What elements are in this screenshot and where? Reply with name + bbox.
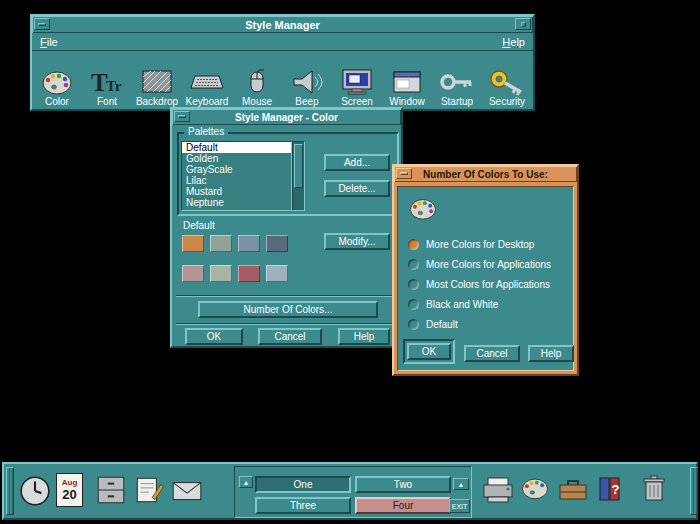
color-swatch[interactable] [266,235,288,252]
dialog-title: Number Of Colors To Use: [423,169,548,180]
applications-control[interactable] [556,473,590,505]
tool-screen[interactable]: Screen [332,51,382,109]
color-swatch[interactable] [238,265,260,282]
tool-startup[interactable]: Startup [432,51,482,109]
tool-label: Font [97,97,117,107]
up-arrow-icon: ▲ [243,479,250,486]
panel-handle-left[interactable] [6,467,14,515]
help-button[interactable]: Help [528,345,574,362]
radio-black-and-white[interactable] [408,299,419,310]
calendar-control[interactable]: Aug 20 [56,473,83,507]
backdrop-icon [138,67,176,97]
radio-more-colors-desktop[interactable] [408,239,419,250]
color-palette-icon [406,195,440,222]
tool-keyboard[interactable]: Keyboard [182,51,232,109]
ok-button[interactable]: OK [185,328,243,345]
exit-button[interactable]: EXIT [449,499,470,513]
number-of-colors-titlebar[interactable]: Number Of Colors To Use: [394,166,577,182]
printer-control[interactable] [480,473,516,507]
window-menu-button[interactable] [174,111,190,122]
workspace-button-four[interactable]: Four [355,497,451,514]
delete-button[interactable]: Delete... [324,180,390,197]
tool-label: Startup [441,97,473,107]
palette-list-item[interactable]: Mustard [182,186,291,197]
help-button[interactable]: Help [338,328,390,345]
cancel-button[interactable]: Cancel [258,328,322,345]
menubar: File Help [32,33,533,51]
radio-more-colors-applications[interactable] [408,259,419,270]
menu-file[interactable]: File [40,36,58,48]
mail-control[interactable] [170,474,204,506]
color-swatch[interactable] [210,235,232,252]
palette-list-item[interactable]: Default [182,142,291,153]
radio-label[interactable]: More Colors for Desktop [426,239,534,250]
palette-list-item[interactable]: Golden [182,153,291,164]
beep-icon [288,67,326,97]
style-manager-window: Style Manager File Help Color T [30,14,535,111]
palette-preview-label: Default [183,220,215,231]
help-icon: ? [594,472,628,506]
security-icon [488,67,526,97]
modify-button[interactable]: Modify... [324,233,390,250]
menu-help[interactable]: Help [502,36,525,48]
tool-label: Window [389,97,425,107]
radio-label[interactable]: Default [426,319,458,330]
palette-list-item[interactable]: GrayScale [182,164,291,175]
tool-beep[interactable]: Beep [282,51,332,109]
printer-icon [480,473,516,507]
tool-label: Beep [295,97,318,107]
help-control[interactable]: ? [594,472,628,506]
radio-most-colors-applications[interactable] [408,279,419,290]
calendar-day: 20 [62,488,76,502]
radio-default[interactable] [408,319,419,330]
tool-mouse[interactable]: Mouse [232,51,282,109]
window-menu-icon [38,23,46,26]
workspace-button-one[interactable]: One [255,476,351,493]
panel-handle-right[interactable] [690,467,698,515]
tool-color[interactable]: Color [32,51,82,109]
style-manager-titlebar[interactable]: Style Manager [32,16,533,33]
tool-window[interactable]: Window [382,51,432,109]
color-swatch[interactable] [210,265,232,282]
radio-label[interactable]: Black and White [426,299,498,310]
subpanel-arrow-left[interactable]: ▲ [239,476,253,488]
tool-font[interactable]: T Tr Font [82,51,132,109]
palette-list-item[interactable]: Neptune [182,197,291,208]
text-editor-control[interactable] [132,474,166,506]
style-manager-control[interactable] [518,473,552,503]
tool-label: Color [45,97,69,107]
file-manager-icon [94,474,128,506]
color-swatch[interactable] [266,265,288,282]
svg-text:?: ? [612,482,620,497]
color-dialog-titlebar[interactable]: Style Manager - Color [172,109,401,125]
tool-security[interactable]: Security [482,51,532,109]
add-button[interactable]: Add... [324,154,390,171]
window-menu-icon [400,172,408,175]
ok-button[interactable]: OK [407,343,451,360]
file-manager-control[interactable] [94,474,128,506]
subpanel-arrow-right[interactable]: ▲ [453,478,469,490]
color-swatch[interactable] [238,235,260,252]
color-dialog: Style Manager - Color Palettes Default G… [170,107,403,348]
trash-control[interactable] [638,472,670,506]
front-panel: Aug 20 [2,462,698,520]
window-menu-button[interactable] [396,168,412,179]
radio-label[interactable]: More Colors for Applications [426,259,551,270]
color-swatch[interactable] [182,235,204,252]
workspace-button-three[interactable]: Three [255,497,351,514]
cancel-button[interactable]: Cancel [464,345,520,362]
workspace-button-two[interactable]: Two [355,476,451,493]
clock-icon [18,473,52,509]
scrollbar-thumb[interactable] [294,144,303,188]
window-menu-button[interactable] [34,18,50,30]
palette-list-scrollbar[interactable] [292,141,305,211]
number-of-colors-button[interactable]: Number Of Colors... [198,301,378,318]
tool-backdrop[interactable]: Backdrop [132,51,182,109]
radio-label[interactable]: Most Colors for Applications [426,279,550,290]
screen-icon [338,67,376,97]
applications-icon [556,473,590,505]
color-swatch[interactable] [182,265,204,282]
clock-control[interactable] [18,473,52,509]
palette-list-item[interactable]: Lilac [182,175,291,186]
minimize-button[interactable] [515,18,531,30]
